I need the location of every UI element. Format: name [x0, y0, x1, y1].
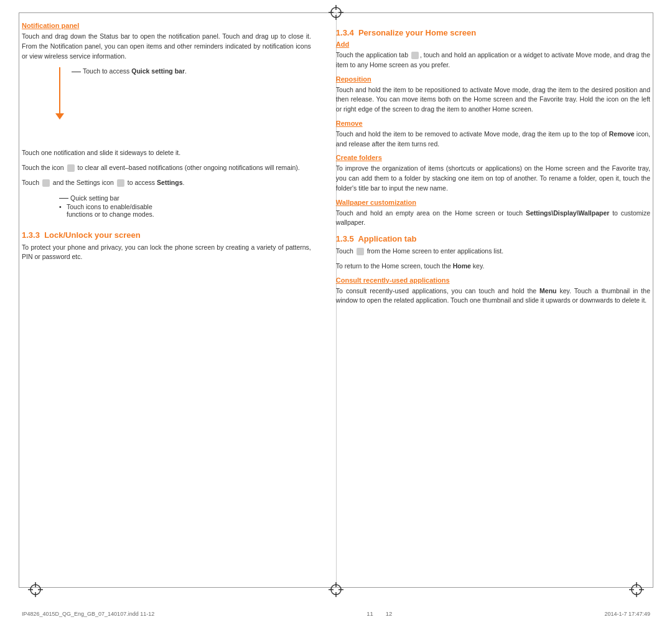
clear-icon	[67, 164, 75, 172]
app-tab-body2: To return to the Home screen, touch the …	[336, 262, 650, 271]
menu-bold: Menu	[539, 287, 556, 295]
page-container: Notification panel Touch and drag down t…	[0, 0, 672, 622]
wallpaper-bold: Settings\Display\Wallpaper	[526, 209, 609, 217]
page-num-12: 12	[386, 610, 393, 617]
personalize-title-text: Personalize your Home screen	[358, 28, 476, 37]
touch-icon	[42, 179, 50, 187]
app-tab-body1: Touch from the Home screen to enter appl…	[336, 247, 650, 257]
page-number-right: 12	[386, 610, 393, 617]
remove-body: Touch and hold the item to be removed to…	[336, 130, 650, 149]
add-heading: Add	[336, 40, 650, 48]
lock-body: To protect your phone and privacy, you c…	[22, 243, 311, 263]
notification-diagram: Touch to access Quick setting bar.	[47, 67, 311, 142]
add-body: Touch the application tab , touch and ho…	[336, 50, 650, 70]
consult-body: To consult recently-used applications, y…	[336, 286, 650, 306]
settings-icon	[117, 179, 124, 187]
lock-unlock-title: 1.3.3 Lock/Unlock your screen	[22, 230, 311, 240]
diagram-label: Touch to access Quick setting bar.	[72, 67, 187, 75]
quick-bar-label: Quick setting bar	[70, 194, 119, 202]
create-folders-body: To improve the organization of items (sh…	[336, 164, 650, 193]
quick-setting-line: Quick setting bar	[59, 194, 311, 202]
app-tab-icon	[411, 52, 419, 59]
dash2-icon	[59, 198, 68, 199]
home-key-bold: Home	[453, 262, 471, 270]
settings-text: Touch and the Settings icon to access Se…	[22, 178, 311, 188]
app-tab-touch-icon	[357, 248, 364, 255]
quick-setting-area: Quick setting bar Touch icons to enable/…	[59, 194, 311, 218]
notification-panel-body1: Touch and drag down the Status bar to op…	[22, 32, 311, 61]
footer: IP4826_4015D_QG_Eng_GB_07_140107.indd 11…	[22, 610, 650, 617]
footer-file: IP4826_4015D_QG_Eng_GB_07_140107.indd 11…	[22, 611, 154, 617]
quick-setting-bar-bold: Quick setting bar	[131, 67, 185, 75]
app-tab-section-number: 1.3.5	[336, 234, 354, 243]
notification-panel-heading: Notification panel	[22, 22, 311, 29]
wallpaper-body: Touch and hold an empty area on the Home…	[336, 209, 650, 229]
arrow-line	[59, 67, 60, 117]
settings-bold: Settings	[157, 179, 182, 186]
remove-heading: Remove	[336, 120, 650, 127]
content-area: Notification panel Touch and drag down t…	[22, 16, 650, 585]
quick-bar-bullet: Touch icons to enable/disablefunctions o…	[59, 203, 311, 218]
remove-bold: Remove	[609, 130, 635, 138]
personalize-title: 1.3.4 Personalize your Home screen	[336, 28, 650, 37]
page-num-11: 11	[366, 610, 373, 617]
border-left	[19, 12, 19, 588]
arrow-head-icon	[55, 113, 64, 120]
reposition-body: Touch and hold the item to be reposition…	[336, 85, 650, 115]
footer-date: 2014-1-7 17:47:49	[604, 611, 650, 617]
create-folders-heading: Create folders	[336, 154, 650, 161]
lock-unlock-section: 1.3.3 Lock/Unlock your screen To protect…	[22, 230, 311, 263]
app-tab-title: 1.3.5 Application tab	[336, 234, 650, 243]
personalize-section-number: 1.3.4	[336, 28, 354, 37]
reposition-heading: Reposition	[336, 75, 650, 83]
page-number-left: 11	[366, 610, 373, 617]
border-right	[653, 12, 653, 588]
right-column: 1.3.4 Personalize your Home screen Add T…	[324, 16, 650, 585]
app-tab-title-text: Application tab	[358, 234, 416, 243]
slide-text: Touch one notification and slide it side…	[22, 148, 311, 158]
left-column: Notification panel Touch and drag down t…	[22, 16, 324, 585]
wallpaper-heading: Wallpaper customization	[336, 199, 650, 206]
lock-title-text: Lock/Unlock your screen	[44, 230, 141, 240]
lock-section-number: 1.3.3	[22, 230, 40, 240]
consult-heading: Consult recently-used applications	[336, 276, 650, 284]
dash-icon	[72, 72, 81, 72]
clear-text: Touch the icon to clear all event–based …	[22, 163, 311, 173]
